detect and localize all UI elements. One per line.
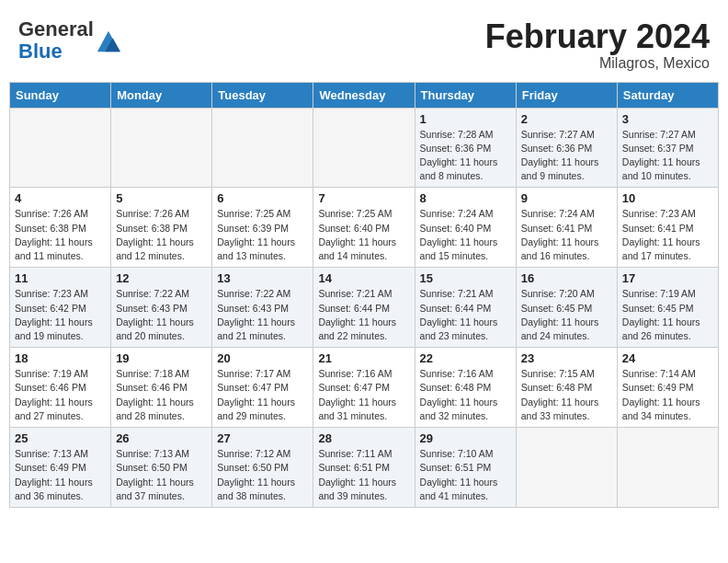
day-info: Sunrise: 7:23 AMSunset: 6:42 PMDaylight:… [15,287,106,343]
day-number: 10 [622,191,713,205]
page-header: General Blue February 2024 Milagros, Mex… [9,9,719,76]
day-number: 23 [521,351,612,365]
day-number: 20 [217,351,308,365]
day-number: 21 [318,351,409,365]
weekday-header-friday: Friday [516,82,617,108]
calendar-table: SundayMondayTuesdayWednesdayThursdayFrid… [9,82,719,508]
table-row: 19Sunrise: 7:18 AMSunset: 6:46 PMDayligh… [111,348,212,428]
day-number: 4 [15,191,106,205]
table-row: 6Sunrise: 7:25 AMSunset: 6:39 PMDaylight… [212,188,313,268]
logo: General Blue [18,18,121,63]
day-info: Sunrise: 7:26 AMSunset: 6:38 PMDaylight:… [116,207,207,263]
table-row: 12Sunrise: 7:22 AMSunset: 6:43 PMDayligh… [111,268,212,348]
table-row: 18Sunrise: 7:19 AMSunset: 6:46 PMDayligh… [10,348,111,428]
day-info: Sunrise: 7:23 AMSunset: 6:41 PMDaylight:… [622,207,713,263]
table-row [10,108,111,188]
day-number: 1 [420,112,511,126]
table-row: 13Sunrise: 7:22 AMSunset: 6:43 PMDayligh… [212,268,313,348]
table-row: 27Sunrise: 7:12 AMSunset: 6:50 PMDayligh… [212,428,313,508]
table-row: 16Sunrise: 7:20 AMSunset: 6:45 PMDayligh… [516,268,617,348]
day-info: Sunrise: 7:16 AMSunset: 6:47 PMDaylight:… [318,367,409,423]
day-number: 9 [521,191,612,205]
logo-text: General Blue [18,18,94,63]
table-row: 29Sunrise: 7:10 AMSunset: 6:51 PMDayligh… [415,428,516,508]
day-info: Sunrise: 7:13 AMSunset: 6:49 PMDaylight:… [15,447,106,503]
day-number: 5 [116,191,207,205]
page-subtitle: Milagros, Mexico [485,55,710,72]
day-number: 26 [116,431,207,445]
table-row [313,108,415,188]
day-info: Sunrise: 7:27 AMSunset: 6:37 PMDaylight:… [622,128,713,184]
table-row: 20Sunrise: 7:17 AMSunset: 6:47 PMDayligh… [212,348,313,428]
table-row: 21Sunrise: 7:16 AMSunset: 6:47 PMDayligh… [313,348,415,428]
table-row: 7Sunrise: 7:25 AMSunset: 6:40 PMDaylight… [313,188,415,268]
logo-icon [96,28,121,53]
day-number: 6 [217,191,308,205]
day-number: 16 [521,271,612,285]
table-row: 11Sunrise: 7:23 AMSunset: 6:42 PMDayligh… [10,268,111,348]
day-info: Sunrise: 7:19 AMSunset: 6:45 PMDaylight:… [622,287,713,343]
table-row [617,428,718,508]
table-row: 22Sunrise: 7:16 AMSunset: 6:48 PMDayligh… [415,348,516,428]
table-row: 9Sunrise: 7:24 AMSunset: 6:41 PMDaylight… [516,188,617,268]
day-number: 7 [318,191,409,205]
day-info: Sunrise: 7:25 AMSunset: 6:39 PMDaylight:… [217,207,308,263]
day-number: 27 [217,431,308,445]
day-info: Sunrise: 7:19 AMSunset: 6:46 PMDaylight:… [15,367,106,423]
day-info: Sunrise: 7:21 AMSunset: 6:44 PMDaylight:… [318,287,409,343]
table-row: 2Sunrise: 7:27 AMSunset: 6:36 PMDaylight… [516,108,617,188]
table-row: 15Sunrise: 7:21 AMSunset: 6:44 PMDayligh… [415,268,516,348]
day-number: 11 [15,271,106,285]
table-row: 3Sunrise: 7:27 AMSunset: 6:37 PMDaylight… [617,108,718,188]
table-row: 5Sunrise: 7:26 AMSunset: 6:38 PMDaylight… [111,188,212,268]
day-info: Sunrise: 7:22 AMSunset: 6:43 PMDaylight:… [217,287,308,343]
day-info: Sunrise: 7:25 AMSunset: 6:40 PMDaylight:… [318,207,409,263]
day-number: 2 [521,112,612,126]
weekday-header-monday: Monday [111,82,212,108]
table-row: 8Sunrise: 7:24 AMSunset: 6:40 PMDaylight… [415,188,516,268]
title-block: February 2024 Milagros, Mexico [485,18,710,72]
table-row: 10Sunrise: 7:23 AMSunset: 6:41 PMDayligh… [617,188,718,268]
day-info: Sunrise: 7:18 AMSunset: 6:46 PMDaylight:… [116,367,207,423]
day-info: Sunrise: 7:12 AMSunset: 6:50 PMDaylight:… [217,447,308,503]
weekday-header-thursday: Thursday [415,82,516,108]
weekday-header-saturday: Saturday [617,82,718,108]
table-row: 23Sunrise: 7:15 AMSunset: 6:48 PMDayligh… [516,348,617,428]
day-number: 18 [15,351,106,365]
day-info: Sunrise: 7:16 AMSunset: 6:48 PMDaylight:… [420,367,511,423]
day-number: 3 [622,112,713,126]
day-number: 14 [318,271,409,285]
day-info: Sunrise: 7:11 AMSunset: 6:51 PMDaylight:… [318,447,409,503]
table-row: 24Sunrise: 7:14 AMSunset: 6:49 PMDayligh… [617,348,718,428]
day-info: Sunrise: 7:21 AMSunset: 6:44 PMDaylight:… [420,287,511,343]
day-info: Sunrise: 7:10 AMSunset: 6:51 PMDaylight:… [420,447,511,503]
day-info: Sunrise: 7:22 AMSunset: 6:43 PMDaylight:… [116,287,207,343]
day-info: Sunrise: 7:27 AMSunset: 6:36 PMDaylight:… [521,128,612,184]
page-title: February 2024 [485,18,710,55]
weekday-header-sunday: Sunday [10,82,111,108]
day-info: Sunrise: 7:28 AMSunset: 6:36 PMDaylight:… [420,128,511,184]
day-number: 25 [15,431,106,445]
table-row: 17Sunrise: 7:19 AMSunset: 6:45 PMDayligh… [617,268,718,348]
table-row: 25Sunrise: 7:13 AMSunset: 6:49 PMDayligh… [10,428,111,508]
weekday-header-tuesday: Tuesday [212,82,313,108]
table-row: 26Sunrise: 7:13 AMSunset: 6:50 PMDayligh… [111,428,212,508]
weekday-header-wednesday: Wednesday [313,82,415,108]
table-row: 1Sunrise: 7:28 AMSunset: 6:36 PMDaylight… [415,108,516,188]
day-info: Sunrise: 7:15 AMSunset: 6:48 PMDaylight:… [521,367,612,423]
day-info: Sunrise: 7:26 AMSunset: 6:38 PMDaylight:… [15,207,106,263]
day-number: 28 [318,431,409,445]
day-number: 12 [116,271,207,285]
day-number: 24 [622,351,713,365]
day-number: 22 [420,351,511,365]
table-row [111,108,212,188]
day-number: 8 [420,191,511,205]
table-row: 28Sunrise: 7:11 AMSunset: 6:51 PMDayligh… [313,428,415,508]
day-info: Sunrise: 7:24 AMSunset: 6:41 PMDaylight:… [521,207,612,263]
day-number: 15 [420,271,511,285]
table-row: 14Sunrise: 7:21 AMSunset: 6:44 PMDayligh… [313,268,415,348]
day-info: Sunrise: 7:20 AMSunset: 6:45 PMDaylight:… [521,287,612,343]
table-row [516,428,617,508]
table-row [212,108,313,188]
day-info: Sunrise: 7:13 AMSunset: 6:50 PMDaylight:… [116,447,207,503]
